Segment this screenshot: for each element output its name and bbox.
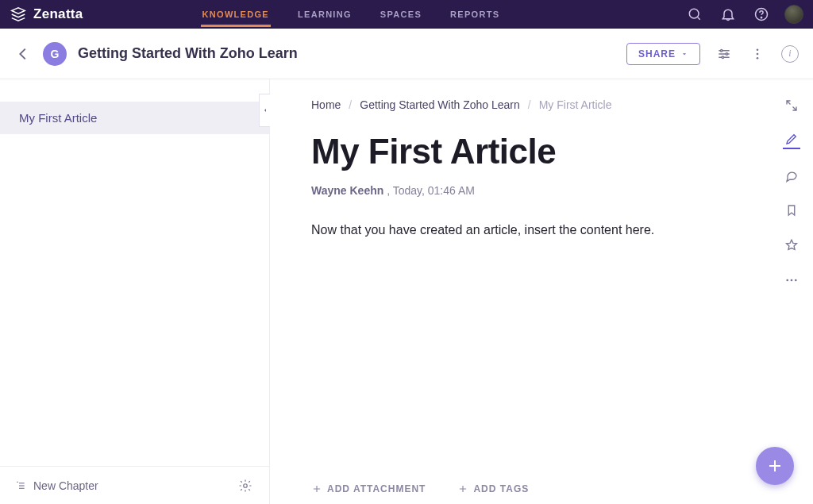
subheader-actions: SHARE i [626,43,799,65]
article-footer-actions: ADD ATTACHMENT ADD TAGS [311,483,757,494]
share-button-label: SHARE [638,48,676,60]
sidebar-settings-icon[interactable] [236,476,255,495]
svg-point-11 [791,279,793,282]
svg-point-8 [757,56,759,59]
breadcrumb-separator: / [349,98,352,111]
plus-icon [311,483,322,494]
new-chapter-button[interactable]: New Chapter [14,479,98,492]
body: My First Article New Chapter Home / Gett… [0,79,813,504]
fab-add-button[interactable] [756,447,794,485]
nav-tab-reports[interactable]: REPORTS [450,10,499,19]
add-attachment-button[interactable]: ADD ATTACHMENT [311,483,426,494]
main-content: Home / Getting Started With Zoho Learn /… [270,79,813,504]
comment-icon[interactable] [783,167,800,184]
brand[interactable]: Zenatta [10,6,83,23]
edit-icon[interactable] [783,132,800,149]
article-timestamp: Today, 01:46 AM [393,184,475,197]
new-chapter-plus-icon [14,479,27,492]
search-icon[interactable] [684,4,705,25]
article-byline: Wayne Keehn , Today, 01:46 AM [311,184,757,197]
star-icon[interactable] [783,237,800,254]
help-icon[interactable] [751,4,772,25]
top-nav: Zenatta KNOWLEDGE LEARNING SPACES REPORT… [0,0,813,29]
svg-point-6 [757,48,759,51]
sidebar-item-label: My First Article [19,111,97,125]
brand-name: Zenatta [33,6,83,22]
sidebar-collapse-handle[interactable] [259,94,270,127]
svg-point-5 [722,56,724,58]
notifications-icon[interactable] [718,4,738,25]
nav-right [684,4,803,25]
svg-point-10 [786,279,788,282]
article-body: Now that you have created an article, in… [311,221,757,240]
bookmark-icon[interactable] [783,202,800,219]
svg-point-4 [726,52,728,55]
nav-tab-knowledge[interactable]: KNOWLEDGE [202,10,269,19]
new-chapter-label: New Chapter [33,479,98,492]
user-avatar[interactable] [784,5,803,24]
svg-point-2 [761,17,761,17]
plus-icon [765,456,784,475]
nav-tab-learning[interactable]: LEARNING [298,10,352,19]
svg-point-12 [795,279,797,282]
breadcrumb-space[interactable]: Getting Started With Zoho Learn [360,98,520,111]
sidebar: My First Article New Chapter [0,79,270,504]
chevron-down-icon [680,50,688,58]
kebab-menu-icon[interactable] [748,44,767,63]
add-attachment-label: ADD ATTACHMENT [327,483,426,494]
sidebar-bottom: New Chapter [0,466,269,504]
nav-tabs: KNOWLEDGE LEARNING SPACES REPORTS [202,10,500,19]
byline-separator: , [387,184,393,197]
svg-point-9 [244,483,248,487]
plus-icon [457,483,468,494]
share-button[interactable]: SHARE [626,43,700,65]
breadcrumbs: Home / Getting Started With Zoho Learn /… [311,79,757,111]
article-title: My First Article [311,132,757,171]
article-author: Wayne Keehn [311,184,383,197]
right-rail [783,97,800,289]
sidebar-item-my-first-article[interactable]: My First Article [0,102,269,134]
space-badge: G [43,42,67,66]
info-icon[interactable]: i [781,45,799,63]
svg-point-0 [689,9,699,18]
breadcrumb-separator: / [528,98,531,111]
more-icon[interactable] [783,271,800,289]
breadcrumb-current: My First Article [539,98,612,111]
space-title: Getting Started With Zoho Learn [78,45,298,62]
expand-icon[interactable] [783,97,800,114]
brand-logo-icon [10,6,27,23]
sub-header: G Getting Started With Zoho Learn SHARE … [0,29,813,79]
add-tags-label: ADD TAGS [473,483,529,494]
nav-tab-spaces[interactable]: SPACES [380,10,422,19]
svg-point-3 [720,49,722,52]
add-tags-button[interactable]: ADD TAGS [457,483,529,494]
back-button[interactable] [14,45,32,63]
svg-point-7 [757,52,759,55]
filter-icon[interactable] [715,44,734,63]
breadcrumb-home[interactable]: Home [311,98,341,111]
